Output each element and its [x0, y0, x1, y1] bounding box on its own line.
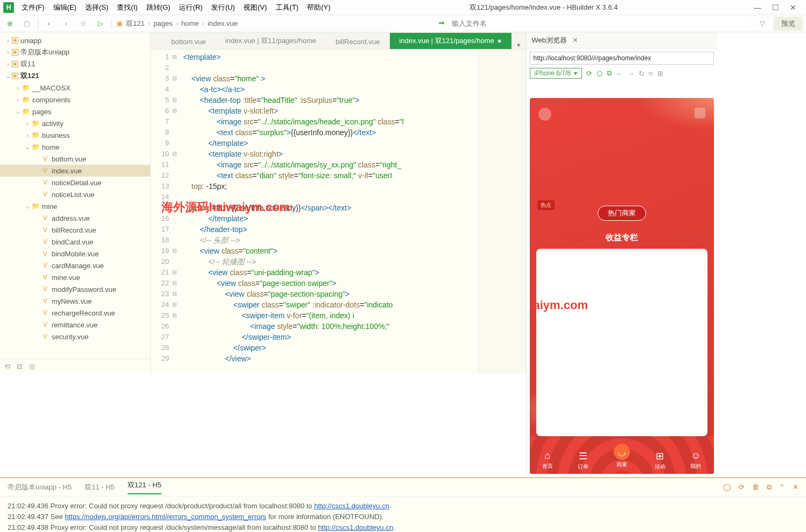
- tree-node[interactable]: VbillRecord.vue: [0, 224, 150, 236]
- filter-icon[interactable]: ▽: [760, 19, 765, 27]
- app-logo: H: [3, 2, 14, 13]
- tree-node[interactable]: Vsecurity.vue: [0, 331, 150, 342]
- console-tab[interactable]: 双11 - H5: [85, 482, 115, 492]
- collapse-up-icon[interactable]: ⌃: [779, 483, 785, 492]
- editor-tab[interactable]: index.vue | 双11/pages/home: [215, 33, 326, 49]
- console-output[interactable]: 21:02:49.436 Proxy error: Could not prox…: [0, 496, 806, 532]
- tree-node[interactable]: ›📁components: [0, 94, 150, 106]
- menu-item[interactable]: 发行(U): [208, 2, 238, 13]
- tree-node[interactable]: VnoticeDetail.vue: [0, 177, 150, 188]
- tree-node[interactable]: VmodifyPassword.vue: [0, 283, 150, 295]
- console-tab[interactable]: 帝启版本uniapp - H5: [8, 482, 72, 492]
- console-tab[interactable]: 双121 - H5: [128, 480, 162, 494]
- close-preview-icon[interactable]: ✕: [572, 36, 578, 44]
- crumb[interactable]: pages: [153, 19, 172, 27]
- locate-icon[interactable]: ◎: [29, 362, 35, 370]
- tree-node[interactable]: Vindex.vue: [0, 165, 150, 177]
- refresh-icon[interactable]: ⟳: [586, 69, 592, 78]
- forward-icon[interactable]: ›: [60, 17, 73, 30]
- lock-icon[interactable]: ⎋: [649, 69, 653, 78]
- menu-item[interactable]: 视图(V): [240, 2, 270, 13]
- editor-tab[interactable]: bottom.vue: [162, 34, 215, 49]
- preview-url[interactable]: http://localhost:8080/#/pages/home/index: [530, 52, 714, 65]
- device-select[interactable]: iPhone 6/7/8▾: [530, 68, 582, 79]
- tree-node[interactable]: Vbottom.vue: [0, 153, 150, 165]
- prev-fwd-icon[interactable]: →: [627, 69, 634, 78]
- tree-node[interactable]: VmyNews.vue: [0, 295, 150, 307]
- external-icon[interactable]: ⧉: [607, 69, 612, 78]
- tree-node[interactable]: VnoticeList.vue: [0, 188, 150, 200]
- menu-item[interactable]: 运行(R): [176, 2, 206, 13]
- tree-node[interactable]: Vremittance.vue: [0, 319, 150, 331]
- tree-node[interactable]: VbindMobile.vue: [0, 248, 150, 260]
- tree-node[interactable]: VcardManage.vue: [0, 260, 150, 271]
- star-icon[interactable]: ☆: [77, 17, 90, 30]
- crumb[interactable]: home: [181, 19, 199, 27]
- tree-node[interactable]: ›📁business: [0, 129, 150, 141]
- preview-tab-label[interactable]: Web浏览器: [532, 36, 567, 45]
- reload-icon[interactable]: ↻: [639, 69, 644, 78]
- menu-item[interactable]: 选择(S): [82, 2, 111, 13]
- tree-node[interactable]: ⌄📁pages: [0, 106, 150, 117]
- menu-item[interactable]: 帮助(Y): [304, 2, 333, 13]
- nav-item[interactable]: ☺我的: [690, 450, 701, 471]
- new-file-icon[interactable]: ⊕: [3, 17, 16, 30]
- crumb[interactable]: index.vue: [208, 19, 238, 27]
- hot-merchants-button[interactable]: 热门商家: [598, 206, 646, 221]
- sync-icon[interactable]: ⟲: [4, 362, 10, 370]
- menu-item[interactable]: 文件(F): [18, 2, 48, 13]
- crumb[interactable]: 双121: [126, 19, 145, 29]
- devtools-icon[interactable]: ⬡: [597, 69, 602, 78]
- editor-tab[interactable]: index.vue | 双121/pages/home●: [390, 33, 511, 49]
- menu-item[interactable]: 编辑(E): [50, 2, 80, 13]
- avatar-icon[interactable]: [538, 108, 551, 121]
- tree-node[interactable]: ›📁__MACOSX: [0, 82, 150, 94]
- save-icon[interactable]: ▢: [20, 17, 33, 30]
- tree-node[interactable]: ⌄▣双121: [0, 70, 150, 82]
- tree-node[interactable]: ⌄📁home: [0, 141, 150, 153]
- message-icon[interactable]: [695, 108, 705, 118]
- editor-tab[interactable]: billRecord.vue: [326, 34, 389, 49]
- nav-item[interactable]: ⌂首页: [542, 450, 553, 471]
- tree-node[interactable]: Vaddress.vue: [0, 212, 150, 224]
- preview-button[interactable]: 预览: [774, 17, 803, 31]
- maximize-icon[interactable]: ☐: [772, 3, 779, 12]
- tree-node[interactable]: ›▣双11: [0, 58, 150, 70]
- restart-icon[interactable]: ⟳: [739, 483, 745, 492]
- preview-viewport[interactable]: 热点 热门商家 收益专栏 ⌂首页☰订单◡商家⊞活动☺我的 海外源码haiwaiy…: [530, 98, 714, 474]
- nav-item[interactable]: ☰订单: [578, 450, 588, 471]
- back-icon[interactable]: ‹: [43, 17, 55, 30]
- search-go-icon[interactable]: ⮕: [438, 19, 445, 27]
- tree-node[interactable]: VrechargeRecord.vue: [0, 307, 150, 319]
- tree-node[interactable]: ›▣uniapp: [0, 34, 150, 46]
- qr-icon[interactable]: ⊞: [657, 69, 663, 78]
- tree-node[interactable]: Vmine.vue: [0, 271, 150, 283]
- minimap[interactable]: [478, 50, 526, 374]
- code-content[interactable]: <template> <view class="home" > <a-tc></…: [180, 50, 478, 374]
- close-console-icon[interactable]: ✕: [793, 483, 798, 492]
- run-icon[interactable]: ▷: [94, 17, 107, 30]
- code-editor[interactable]: 1234567891011121314151617181920212223242…: [151, 50, 526, 374]
- tree-node[interactable]: ›▣帝启版本uniapp: [0, 46, 150, 58]
- tree-node[interactable]: ›📁activity: [0, 117, 150, 129]
- prev-back-icon[interactable]: ←: [616, 69, 623, 78]
- breadcrumb: ▣ 双121› pages› home› index.vue: [116, 19, 237, 29]
- search-input[interactable]: [450, 17, 751, 30]
- menu-item[interactable]: 查找(I): [114, 2, 141, 13]
- stop-icon[interactable]: ◯: [723, 483, 731, 492]
- hot-badge: 热点: [537, 200, 555, 210]
- trash-icon[interactable]: 🗑: [752, 483, 759, 492]
- menu-item[interactable]: 工具(T): [272, 2, 302, 13]
- open-icon[interactable]: ⧉: [767, 483, 772, 492]
- tree-node[interactable]: VbindCard.vue: [0, 236, 150, 248]
- more-tabs-icon[interactable]: ▾: [511, 41, 526, 49]
- menu-item[interactable]: 跳转(G): [143, 2, 174, 13]
- file-explorer: ›▣uniapp›▣帝启版本uniapp›▣双11⌄▣双121›📁__MACOS…: [0, 32, 151, 374]
- minimize-icon[interactable]: —: [754, 3, 761, 12]
- nav-item[interactable]: ◡商家: [614, 450, 630, 471]
- close-icon[interactable]: ✕: [790, 3, 796, 12]
- content-card: [536, 249, 707, 436]
- nav-item[interactable]: ⊞活动: [655, 450, 665, 471]
- tree-node[interactable]: ⌄📁mine: [0, 200, 150, 212]
- collapse-icon[interactable]: ⊟: [17, 362, 23, 370]
